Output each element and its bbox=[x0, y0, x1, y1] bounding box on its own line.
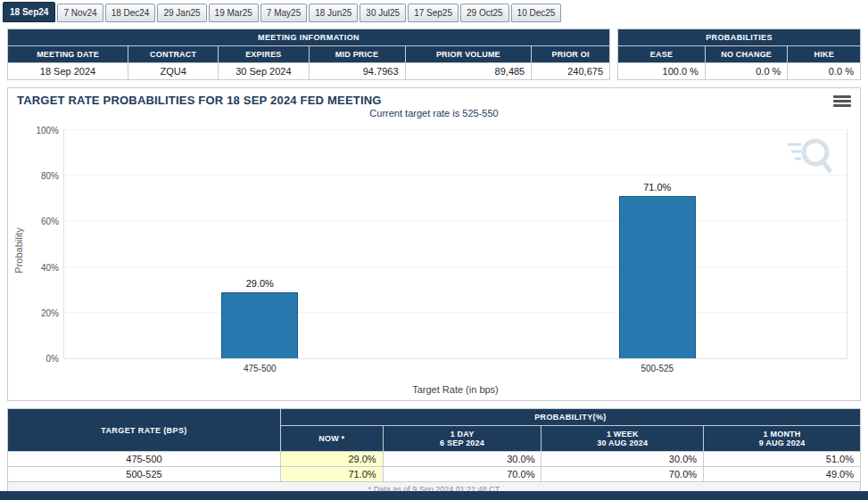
tab-29-jan25[interactable]: 29 Jan25 bbox=[157, 4, 206, 22]
col-1-week: 1 WEEK 30 AUG 2024 bbox=[541, 426, 704, 452]
col-target-rate-bps: TARGET RATE (BPS) bbox=[8, 409, 281, 452]
bar-value-label: 71.0% bbox=[611, 182, 704, 193]
prior-volume-value: 89,485 bbox=[405, 63, 532, 80]
week-cell: 70.0% bbox=[541, 467, 704, 482]
meeting-information-title: MEETING INFORMATION bbox=[8, 29, 610, 46]
month-cell: 51.0% bbox=[704, 452, 861, 467]
quikstrike-watermark-icon bbox=[786, 135, 834, 176]
gridline-60 bbox=[64, 220, 847, 221]
day-cell: 30.0% bbox=[383, 452, 541, 467]
col-now: NOW * bbox=[280, 426, 383, 452]
period-label: 1 DAY bbox=[387, 430, 538, 439]
prior-oi-value: 240,675 bbox=[532, 63, 610, 80]
probabilities-row: 100.0 % 0.0 % 0.0 % bbox=[618, 63, 861, 80]
y-axis-title: Probability bbox=[13, 227, 24, 273]
table-row-500-525: 500-525 71.0% 70.0% 70.0% 49.0% bbox=[8, 467, 861, 482]
expires-value: 30 Sep 2024 bbox=[219, 63, 309, 80]
month-cell: 49.0% bbox=[704, 467, 861, 482]
hike-value: 0.0 % bbox=[788, 63, 861, 80]
bar-value-label: 29.0% bbox=[213, 278, 306, 289]
gridline-80 bbox=[64, 175, 847, 176]
period-date: 30 AUG 2024 bbox=[545, 439, 699, 447]
probability-history-table: TARGET RATE (BPS) PROBABILITY(%) NOW * 1… bbox=[7, 408, 861, 497]
now-cell: 29.0% bbox=[280, 452, 383, 467]
no-change-value: 0.0 % bbox=[705, 63, 787, 80]
col-mid-price: MID PRICE bbox=[309, 46, 405, 63]
meeting-information-table: MEETING INFORMATION MEETING DATE CONTRAC… bbox=[7, 29, 610, 80]
probabilities-table: PROBABILITIES EASE NO CHANGE HIKE 100.0 … bbox=[617, 29, 861, 80]
col-no-change: NO CHANGE bbox=[705, 46, 787, 63]
tab-18-dec24[interactable]: 18 Dec24 bbox=[105, 4, 156, 22]
plot-area: 0% 20% 40% 60% 80% 100% 29.0% 71. bbox=[63, 129, 847, 359]
y-tick-100: 100% bbox=[36, 126, 59, 135]
now-cell: 71.0% bbox=[280, 467, 383, 482]
col-hike: HIKE bbox=[788, 46, 861, 63]
col-meeting-date: MEETING DATE bbox=[8, 46, 128, 63]
col-contract: CONTRACT bbox=[128, 46, 219, 63]
col-expires: EXPIRES bbox=[219, 46, 309, 63]
y-tick-20: 20% bbox=[41, 307, 59, 317]
tab-19-mar25[interactable]: 19 Mar25 bbox=[209, 4, 259, 22]
tab-18-sep24[interactable]: 18 Sep24 bbox=[3, 2, 55, 22]
day-cell: 70.0% bbox=[383, 467, 541, 482]
x-tick-475-500: 475-500 bbox=[244, 364, 277, 373]
tab-18-jun25[interactable]: 18 Jun25 bbox=[309, 4, 358, 22]
tab-17-sep25[interactable]: 17 Sep25 bbox=[408, 4, 459, 22]
col-prior-oi: PRIOR OI bbox=[532, 46, 610, 63]
meeting-date-tabs: 18 Sep24 7 Nov24 18 Dec24 29 Jan25 19 Ma… bbox=[0, 0, 868, 22]
rate-cell: 500-525 bbox=[8, 467, 281, 482]
x-tick-500-525: 500-525 bbox=[641, 364, 674, 373]
y-tick-60: 60% bbox=[41, 217, 59, 226]
col-1-month: 1 MONTH 9 AUG 2024 bbox=[704, 426, 861, 452]
bar-500-525[interactable]: 71.0% bbox=[619, 196, 696, 358]
chart-title: TARGET RATE PROBABILITIES FOR 18 SEP 202… bbox=[17, 94, 382, 107]
y-tick-80: 80% bbox=[41, 171, 59, 181]
tab-30-jul25[interactable]: 30 Jul25 bbox=[360, 4, 406, 22]
contract-value: ZQU4 bbox=[128, 63, 219, 80]
y-tick-40: 40% bbox=[41, 262, 59, 272]
target-rate-chart-panel: TARGET RATE PROBABILITIES FOR 18 SEP 202… bbox=[7, 87, 861, 401]
bar-475-500[interactable]: 29.0% bbox=[221, 292, 298, 358]
week-cell: 30.0% bbox=[541, 452, 704, 467]
tab-7-may25[interactable]: 7 May25 bbox=[260, 4, 307, 22]
chart-menu-icon[interactable] bbox=[833, 95, 851, 107]
y-tick-0: 0% bbox=[46, 354, 59, 364]
gridline-40 bbox=[64, 266, 847, 267]
bottom-bar bbox=[0, 491, 868, 500]
x-axis-title: Target Rate (in bps) bbox=[63, 384, 847, 395]
probability-group-header: PROBABILITY(%) bbox=[280, 409, 860, 426]
period-date: 9 AUG 2024 bbox=[707, 439, 856, 447]
ease-value: 100.0 % bbox=[618, 63, 706, 80]
chart-header: TARGET RATE PROBABILITIES FOR 18 SEP 202… bbox=[8, 88, 860, 107]
chart-subtitle: Current target rate is 525-550 bbox=[8, 108, 860, 119]
table-row-475-500: 475-500 29.0% 30.0% 30.0% 51.0% bbox=[8, 452, 861, 467]
tab-29-oct25[interactable]: 29 Oct25 bbox=[460, 4, 509, 22]
col-prior-volume: PRIOR VOLUME bbox=[405, 46, 532, 63]
probabilities-title: PROBABILITIES bbox=[618, 29, 861, 46]
mid-price-value: 94.7963 bbox=[309, 63, 405, 80]
probability-history-section: TARGET RATE (BPS) PROBABILITY(%) NOW * 1… bbox=[7, 408, 861, 497]
col-ease: EASE bbox=[618, 46, 706, 63]
meeting-information-row: 18 Sep 2024 ZQU4 30 Sep 2024 94.7963 89,… bbox=[8, 63, 610, 80]
gridline-20 bbox=[64, 312, 847, 313]
gridline-100 bbox=[64, 129, 847, 130]
tab-7-nov24[interactable]: 7 Nov24 bbox=[57, 4, 103, 22]
period-label: 1 MONTH bbox=[707, 430, 856, 439]
period-date: 6 SEP 2024 bbox=[387, 439, 538, 447]
period-label: 1 WEEK bbox=[545, 430, 699, 439]
top-tables-row: MEETING INFORMATION MEETING DATE CONTRAC… bbox=[7, 29, 861, 80]
meeting-date-value: 18 Sep 2024 bbox=[8, 63, 128, 80]
col-1-day: 1 DAY 6 SEP 2024 bbox=[383, 426, 541, 452]
rate-cell: 475-500 bbox=[8, 452, 281, 467]
tab-10-dec25[interactable]: 10 Dec25 bbox=[511, 4, 562, 22]
